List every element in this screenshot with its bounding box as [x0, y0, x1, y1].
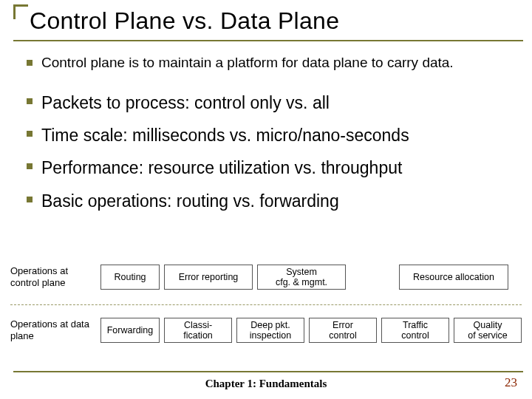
bullet-square-icon: [27, 131, 33, 137]
bullet-square-icon: [27, 60, 33, 66]
ops-label-control: Operations at control plane: [10, 265, 92, 288]
bullet-item: Basic operations: routing vs. forwarding: [27, 190, 514, 212]
page-number: 23: [505, 375, 517, 390]
bullet-text: Control plane is to maintain a platform …: [41, 53, 454, 72]
bullet-text: Time scale: milliseconds vs. micro/nano-…: [41, 124, 409, 146]
op-box-qos: Quality of service: [454, 318, 522, 343]
footer-rule: [13, 371, 523, 372]
chapter-label: Chapter 1: Fundamentals: [0, 378, 532, 390]
op-box-deep-pkt-inspection: Deep pkt. inspection: [236, 318, 304, 343]
bullet-item: Packets to process: control only vs. all: [27, 92, 514, 114]
slide-title: Control Plane vs. Data Plane: [30, 7, 339, 35]
bullet-item: Control plane is to maintain a platform …: [27, 53, 514, 72]
op-box-classification: Classi- fication: [164, 318, 232, 343]
ops-label-data: Operations at data plane: [10, 318, 92, 341]
bullet-square-icon: [27, 197, 33, 202]
control-plane-ops-row: Operations at control plane Routing Erro…: [10, 265, 522, 290]
bullet-text: Basic operations: routing vs. forwarding: [41, 190, 339, 212]
op-box-system-cfg: System cfg. & mgmt.: [257, 265, 346, 290]
bullet-item: Time scale: milliseconds vs. micro/nano-…: [27, 124, 514, 146]
bullet-square-icon: [27, 98, 33, 104]
bullet-square-icon: [27, 163, 33, 169]
op-box-routing: Routing: [100, 265, 160, 290]
op-box-error-control: Error control: [309, 318, 377, 343]
data-plane-ops-row: Operations at data plane Forwarding Clas…: [10, 318, 522, 343]
op-box-forwarding: Forwarding: [100, 318, 160, 343]
title-underline: [13, 40, 523, 41]
bullet-item: Performance: resource utilization vs. th…: [27, 157, 514, 179]
op-box-error-reporting: Error reporting: [164, 265, 253, 290]
bullet-text: Performance: resource utilization vs. th…: [41, 157, 402, 179]
bullet-text: Packets to process: control only vs. all: [41, 92, 330, 114]
bullets-container: Control plane is to maintain a platform …: [27, 53, 514, 222]
op-box-resource-allocation: Resource allocation: [399, 265, 508, 290]
dashed-divider: [10, 304, 522, 305]
corner-decoration: [13, 4, 28, 19]
op-box-traffic-control: Traffic control: [381, 318, 449, 343]
